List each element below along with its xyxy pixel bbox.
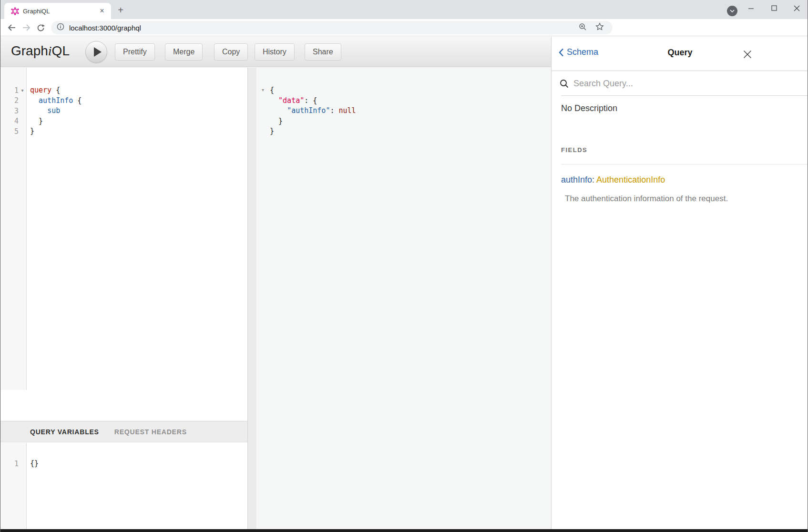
variables-tab-bar: QUERY VARIABLES REQUEST HEADERS — [0, 421, 247, 442]
variables-editor-code[interactable]: {} — [27, 443, 247, 529]
doc-search[interactable] — [552, 71, 808, 96]
tab-request-headers[interactable]: REQUEST HEADERS — [114, 428, 187, 436]
doc-explorer-panel: Schema Query No Description FIELDS authI… — [551, 37, 808, 529]
tab-close-icon[interactable]: × — [98, 7, 106, 15]
window-close-button[interactable] — [786, 0, 807, 16]
variables-editor[interactable]: 1 {} — [0, 443, 247, 529]
query-editor-code[interactable]: query { authInfo { sub }} — [27, 68, 247, 390]
tab-query-variables[interactable]: QUERY VARIABLES — [30, 428, 99, 436]
new-tab-button[interactable]: + — [115, 5, 126, 16]
copy-button[interactable]: Copy — [214, 43, 248, 61]
close-icon — [743, 50, 752, 59]
graphiql-logo: GraphiQL — [11, 43, 70, 59]
field-name-link[interactable]: authInfo — [561, 175, 592, 184]
taskbar-edge — [0, 529, 808, 532]
field-description: The authentication information of the re… — [565, 194, 728, 204]
query-editor[interactable]: 1▾2345 query { authInfo { sub }} — [0, 68, 247, 390]
bookmark-star-icon[interactable] — [595, 22, 604, 33]
tab-title: GraphiQL — [23, 8, 98, 15]
url-text[interactable]: localhost:3000/graphql — [69, 24, 579, 32]
zoom-icon[interactable] — [579, 23, 587, 33]
tab-search-icon[interactable] — [727, 6, 737, 16]
play-icon — [94, 47, 102, 57]
tab-strip: GraphiQL × + — [0, 0, 808, 19]
prettify-button[interactable]: Prettify — [115, 43, 155, 61]
result-pane[interactable]: ▾ { "data": { "authInfo": null }} — [256, 68, 551, 529]
doc-title: Query — [552, 48, 808, 58]
share-button[interactable]: Share — [305, 43, 341, 61]
browser-toolbar: localhost:3000/graphql uO P Tp — [0, 19, 808, 36]
execute-query-button[interactable] — [85, 41, 107, 63]
search-icon — [560, 79, 569, 88]
editor-column: 1▾2345 query { authInfo { sub }} QUERY V… — [0, 68, 247, 529]
address-bar[interactable]: localhost:3000/graphql — [51, 21, 613, 34]
site-info-icon[interactable] — [57, 23, 64, 32]
fields-divider — [561, 164, 808, 164]
field-type-link[interactable]: AuthenticationInfo — [596, 175, 665, 184]
doc-explorer-header: Schema Query — [552, 37, 808, 71]
field-row-authinfo: authInfo: AuthenticationInfo — [561, 175, 665, 185]
window-maximize-button[interactable] — [764, 0, 785, 16]
variables-editor-gutter: 1 — [0, 443, 27, 529]
browser-window: GraphiQL × + localhost — [0, 0, 808, 532]
doc-search-input[interactable] — [573, 79, 774, 89]
back-icon[interactable] — [6, 21, 18, 34]
query-editor-gutter: 1▾2345 — [0, 68, 27, 390]
reload-icon[interactable] — [34, 21, 47, 34]
fields-heading: FIELDS — [561, 146, 587, 153]
merge-button[interactable]: Merge — [165, 43, 203, 61]
window-minimize-button[interactable] — [740, 0, 761, 16]
graphiql-page: GraphiQL Prettify Merge Copy History Sha… — [0, 37, 808, 529]
history-button[interactable]: History — [255, 43, 295, 61]
no-description-text: No Description — [561, 103, 617, 113]
doc-close-button[interactable] — [741, 48, 754, 61]
browser-tab-graphiql[interactable]: GraphiQL × — [4, 3, 111, 19]
pane-resize-handle[interactable] — [247, 68, 256, 529]
search-underline — [561, 95, 808, 96]
forward-icon[interactable] — [20, 21, 32, 34]
graphiql-toolbar: GraphiQL Prettify Merge Copy History Sha… — [0, 37, 551, 67]
graphql-favicon-icon — [11, 7, 19, 15]
result-code: { "data": { "authInfo": null }} — [270, 85, 551, 137]
result-fold-icon[interactable]: ▾ — [262, 87, 264, 92]
